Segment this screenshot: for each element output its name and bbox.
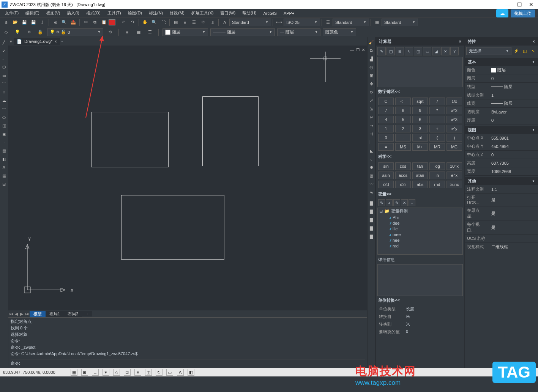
copy-obj-icon[interactable]: ⧉ (368, 47, 375, 54)
tab-layout2[interactable]: 布局2 (64, 311, 82, 317)
spline-icon[interactable]: 〰 (0, 105, 8, 113)
menu-dim[interactable]: 标注(N) (145, 10, 166, 16)
menu-insert[interactable]: 插入(I) (63, 10, 82, 16)
sci-key[interactable]: 10^x (446, 162, 462, 170)
calc-help-icon[interactable]: ? (450, 47, 459, 55)
var-del-icon[interactable]: ✕ (401, 199, 408, 206)
sci-key[interactable]: rnd (429, 181, 445, 188)
sci-key[interactable]: ln (429, 172, 445, 179)
sci-key[interactable]: cos (395, 162, 411, 170)
new-icon[interactable]: 🗎 (2, 19, 10, 26)
edit-hatch-icon[interactable]: ▨ (368, 172, 375, 179)
layout-prev-icon[interactable]: ◀ (14, 312, 19, 316)
prop-row[interactable]: 打开 UCS...是 (465, 194, 538, 206)
block-icon[interactable]: ◫ (208, 19, 216, 26)
calc-key[interactable]: 0 (378, 134, 394, 142)
var-calc-icon[interactable]: = (409, 199, 415, 206)
prop-row[interactable]: 图层0 (465, 74, 538, 83)
iso-toggle[interactable]: ◧ (188, 369, 194, 376)
menu-draw[interactable]: 绘图(D) (125, 10, 145, 16)
color-layer-dropdown[interactable]: 随层▼ (163, 28, 208, 36)
tab-add-layout[interactable]: + (82, 311, 92, 316)
bycolor-dropdown[interactable]: 随颜色▼ (323, 28, 356, 36)
lw-toggle[interactable]: ≡ (134, 369, 141, 376)
misc1-icon[interactable]: ≡ (123, 28, 131, 36)
unit-from-value[interactable]: 米 (404, 313, 463, 320)
pan-icon[interactable]: ✋ (141, 19, 149, 26)
sci-key[interactable]: tan (412, 162, 428, 170)
prop-row[interactable]: 线宽 随层 (465, 99, 538, 108)
menu-appplus[interactable]: APP+ (280, 11, 298, 16)
prop-row[interactable]: 宽度1089.2668 (465, 167, 538, 176)
cut-icon[interactable]: ✂ (82, 19, 90, 26)
region-icon[interactable]: ◧ (0, 155, 8, 163)
menu-file[interactable]: 文件(F) (2, 10, 22, 16)
join-icon[interactable]: ⊢ (368, 139, 375, 146)
export-icon[interactable]: ⤴ (39, 19, 46, 26)
edit-pline-icon[interactable]: 〰 (368, 180, 375, 188)
prop-group-header[interactable]: 基本▼ (465, 58, 538, 66)
revcloud-icon[interactable]: ☁ (0, 97, 8, 104)
snap-toggle[interactable]: ▦ (71, 369, 77, 376)
layout-last-icon[interactable]: ⏭ (24, 312, 30, 316)
ortho-toggle[interactable]: ∟ (92, 369, 99, 376)
ml-style-icon[interactable]: ☰ (324, 19, 332, 26)
ellipse-icon[interactable]: ⬭ (0, 113, 8, 121)
prop-row[interactable]: 注释比例1:1 (465, 185, 538, 194)
drawn-rectangle[interactable] (91, 112, 169, 167)
document-tab[interactable]: 📄 Drawing1.dwg* × (14, 38, 60, 45)
layer-icon[interactable]: ▤ (172, 19, 180, 26)
calc-key[interactable]: 7 (378, 107, 394, 114)
canvas-close-icon[interactable]: ✕ (362, 48, 365, 52)
undo-icon[interactable]: ↶ (120, 19, 127, 26)
linetype-icon[interactable]: ≡ (181, 19, 189, 26)
calc-tool-icon[interactable]: ◫ (414, 47, 422, 55)
var-item[interactable]: 𝑥 mee (378, 231, 462, 237)
move-icon[interactable]: ✥ (368, 80, 375, 88)
ml-style-dropdown[interactable]: Standard▼ (333, 19, 369, 26)
sci-key[interactable]: trunc (446, 181, 462, 188)
ltype-layer-dropdown[interactable]: ———随层▼ (210, 28, 275, 36)
calc-key[interactable]: 1/x (446, 98, 462, 105)
prop-row[interactable]: 中心点 Y450.4994 (465, 142, 538, 151)
line-icon[interactable]: ╱ (0, 38, 8, 46)
calc-tool-icon[interactable]: ⊞ (396, 47, 404, 55)
break-icon[interactable]: ⊣ (368, 130, 375, 138)
layer-dropdown[interactable]: 💡 ❄ 🔓 0▼ (47, 28, 103, 36)
palette3-icon[interactable]: ▇ (368, 216, 375, 224)
calc-key[interactable]: pi (412, 134, 428, 142)
calc-key[interactable]: 3 (412, 125, 428, 132)
rectangle-icon[interactable]: ▭ (0, 72, 8, 79)
open-icon[interactable]: 📂 (11, 19, 19, 26)
var-header[interactable]: 变量<< (376, 190, 464, 198)
sci-key[interactable]: r2d (378, 181, 394, 188)
tab-close-icon[interactable]: × (55, 39, 57, 44)
prop-row[interactable]: 中心点 X555.8901 (465, 134, 538, 142)
calc-key[interactable]: <-- (395, 98, 411, 105)
zoom-icon[interactable]: 🔍 (150, 19, 158, 26)
edit-spline-icon[interactable]: ∿ (368, 189, 375, 196)
sci-key[interactable]: atan (412, 172, 428, 179)
prop-row[interactable]: 每个视口...是 (465, 220, 538, 235)
menu-tools[interactable]: 工具(T) (104, 10, 125, 16)
maximize-icon[interactable]: ☐ (517, 2, 522, 8)
rotate-icon[interactable]: ⟳ (368, 88, 375, 96)
saveas-icon[interactable]: 💾 (30, 19, 37, 26)
upload-button[interactable]: 拖拽上传 (511, 9, 535, 17)
calc-key[interactable]: ) (446, 134, 462, 142)
prop-row[interactable]: 透明度ByLayer (465, 108, 538, 116)
unit-val-value[interactable]: 0 (404, 328, 463, 335)
extend-icon[interactable]: ⇥ (368, 122, 375, 129)
menu-view[interactable]: 视图(V) (43, 10, 64, 16)
chamfer-icon[interactable]: ◣ (368, 147, 375, 154)
calc-key[interactable]: MC (446, 143, 462, 151)
calc-key[interactable]: * (429, 107, 445, 114)
layer-freeze-icon[interactable]: ❄ (25, 28, 33, 36)
calc-key[interactable]: sqrt (412, 98, 428, 105)
zoomext-icon[interactable]: ⛶ (159, 19, 167, 26)
dim-style-icon[interactable]: ⟷ (275, 19, 283, 26)
menu-help[interactable]: 帮助(H) (239, 10, 260, 16)
prop-row[interactable]: 中心点 Z0 (465, 151, 538, 159)
canvas-minimize-icon[interactable]: — (350, 48, 354, 52)
hatch-icon[interactable]: ▨ (0, 147, 8, 154)
